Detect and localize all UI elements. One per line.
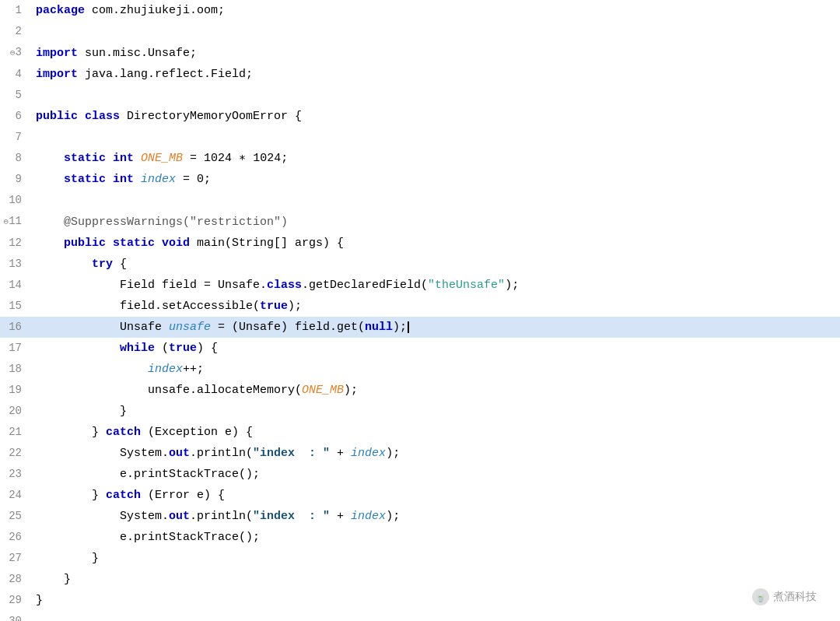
line-content: } — [30, 548, 840, 569]
table-row: 17 while (true) { — [0, 338, 840, 359]
table-row: 9 static int index = 0; — [0, 169, 840, 190]
table-row: 13 try { — [0, 254, 840, 275]
collapse-icon[interactable]: ⊖ — [10, 48, 16, 58]
line-number: 26 — [0, 527, 30, 548]
table-row: 22 System.out.println("index : " + index… — [0, 443, 840, 464]
line-number: 21 — [0, 422, 30, 443]
table-row: 4 import java.lang.reflect.Field; — [0, 64, 840, 85]
line-content: import sun.misc.Unsafe; — [30, 42, 840, 64]
table-row: 6 public class DirectoryMemoryOomError { — [0, 106, 840, 127]
line-content — [30, 611, 840, 621]
line-content — [30, 127, 840, 148]
table-row: 5 — [0, 85, 840, 106]
line-number: 23 — [0, 464, 30, 485]
line-content: System.out.println("index : " + index); — [30, 443, 840, 464]
table-row: 23 e.printStackTrace(); — [0, 464, 840, 485]
table-row: 18 index++; — [0, 359, 840, 380]
line-number: 25 — [0, 506, 30, 527]
line-number: 12 — [0, 233, 30, 254]
svg-text:🍵: 🍵 — [755, 591, 766, 602]
line-content: import java.lang.reflect.Field; — [30, 64, 840, 85]
line-content: System.out.println("index : " + index); — [30, 506, 840, 527]
watermark: 🍵 煮酒科技 — [752, 588, 817, 605]
line-number: 28 — [0, 569, 30, 590]
line-number: 5 — [0, 85, 30, 106]
line-content: while (true) { — [30, 338, 840, 359]
line-content: unsafe.allocateMemory(ONE_MB); — [30, 380, 840, 401]
table-row: 20 } — [0, 401, 840, 422]
line-number: ⊖11 — [0, 211, 30, 233]
line-number: 24 — [0, 485, 30, 506]
table-row: 30 — [0, 611, 840, 621]
line-content — [30, 190, 840, 211]
watermark-text: 煮酒科技 — [773, 590, 817, 604]
line-content: index++; — [30, 359, 840, 380]
line-number: 30 — [0, 611, 30, 621]
table-row: 26 e.printStackTrace(); — [0, 527, 840, 548]
line-content: e.printStackTrace(); — [30, 527, 840, 548]
line-number: ⊖3 — [0, 42, 30, 64]
table-row: 24 } catch (Error e) { — [0, 485, 840, 506]
line-number: 27 — [0, 548, 30, 569]
line-content: } catch (Error e) { — [30, 485, 840, 506]
table-row: 12 public static void main(String[] args… — [0, 233, 840, 254]
table-row: 29 } — [0, 590, 840, 611]
line-number: 14 — [0, 275, 30, 296]
line-content: @SuppressWarnings("restriction") — [30, 211, 840, 233]
line-number: 17 — [0, 338, 30, 359]
line-content: static int ONE_MB = 1024 ∗ 1024; — [30, 148, 840, 169]
line-number: 7 — [0, 127, 30, 148]
table-row: 14 Field field = Unsafe.class.getDeclare… — [0, 275, 840, 296]
table-row: 8 static int ONE_MB = 1024 ∗ 1024; — [0, 148, 840, 169]
line-content: static int index = 0; — [30, 169, 840, 190]
table-row: 25 System.out.println("index : " + index… — [0, 506, 840, 527]
line-content: public class DirectoryMemoryOomError { — [30, 106, 840, 127]
line-number: 10 — [0, 190, 30, 211]
line-number: 15 — [0, 296, 30, 317]
table-row: 1 package com.zhujiukeji.oom; — [0, 0, 840, 21]
table-row: 27 } — [0, 548, 840, 569]
line-number: 20 — [0, 401, 30, 422]
code-editor: 1 package com.zhujiukeji.oom; 2 ⊖3 impor… — [0, 0, 840, 621]
line-number: 13 — [0, 254, 30, 275]
line-number: 2 — [0, 21, 30, 42]
line-number: 18 — [0, 359, 30, 380]
table-row: 19 unsafe.allocateMemory(ONE_MB); — [0, 380, 840, 401]
table-row: 16 Unsafe unsafe = (Unsafe) field.get(nu… — [0, 317, 840, 338]
code-table: 1 package com.zhujiukeji.oom; 2 ⊖3 impor… — [0, 0, 840, 621]
table-row: 21 } catch (Exception e) { — [0, 422, 840, 443]
line-number: 29 — [0, 590, 30, 611]
line-content: } — [30, 590, 840, 611]
line-number: 8 — [0, 148, 30, 169]
table-row: 10 — [0, 190, 840, 211]
line-content: e.printStackTrace(); — [30, 464, 840, 485]
line-number: 9 — [0, 169, 30, 190]
table-row: 15 field.setAccessible(true); — [0, 296, 840, 317]
line-content: public static void main(String[] args) { — [30, 233, 840, 254]
line-content: } — [30, 569, 840, 590]
line-content: Field field = Unsafe.class.getDeclaredFi… — [30, 275, 840, 296]
line-number: 6 — [0, 106, 30, 127]
watermark-icon: 🍵 — [752, 588, 769, 605]
line-content: package com.zhujiukeji.oom; — [30, 0, 840, 21]
line-content — [30, 85, 840, 106]
line-content: } — [30, 401, 840, 422]
table-row: 28 } — [0, 569, 840, 590]
line-content: Unsafe unsafe = (Unsafe) field.get(null)… — [30, 317, 840, 338]
line-number: 22 — [0, 443, 30, 464]
table-row: 2 — [0, 21, 840, 42]
line-content: try { — [30, 254, 840, 275]
line-content — [30, 21, 840, 42]
table-row: 7 — [0, 127, 840, 148]
line-content: } catch (Exception e) { — [30, 422, 840, 443]
line-content: field.setAccessible(true); — [30, 296, 840, 317]
line-number: 4 — [0, 64, 30, 85]
table-row: ⊖3 import sun.misc.Unsafe; — [0, 42, 840, 64]
line-number: 1 — [0, 0, 30, 21]
line-number: 19 — [0, 380, 30, 401]
table-row: ⊖11 @SuppressWarnings("restriction") — [0, 211, 840, 233]
line-number: 16 — [0, 317, 30, 338]
collapse-icon[interactable]: ⊖ — [4, 217, 9, 226]
